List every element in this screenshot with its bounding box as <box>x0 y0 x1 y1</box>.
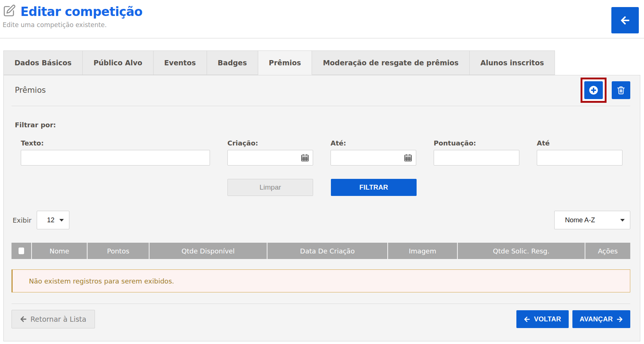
empty-records-message: Não existem registros para serem exibido… <box>29 277 174 285</box>
field-criacao: Criação: <box>227 139 313 166</box>
page-size-value: 12 <box>47 216 55 224</box>
footer-divider <box>12 304 630 304</box>
delete-premio-button[interactable] <box>612 81 630 99</box>
page-header-text: Editar competição Edite uma competição e… <box>3 4 142 29</box>
edit-pencil-square-icon <box>3 4 16 17</box>
field-pontuacao: Pontuação: <box>434 139 519 166</box>
page-size-select[interactable]: 12 <box>37 211 69 229</box>
tab-publico-alvo[interactable]: Público Alvo <box>83 50 154 75</box>
field-ate-data: Até: <box>331 139 416 166</box>
page-title: Editar competição <box>20 4 142 19</box>
filter-actions: Limpar FILTRAR <box>227 179 630 196</box>
filter-fields: Texto: Criação: Até: <box>12 139 630 166</box>
pontuacao-input[interactable] <box>434 150 519 166</box>
tab-bar: Dados Básicos Público Alvo Eventos Badge… <box>3 50 644 75</box>
ate-data-label: Até: <box>331 139 416 147</box>
column-header-pontos: Pontos <box>88 243 150 259</box>
page-size-group: Exibir 12 <box>13 211 69 229</box>
back-button[interactable] <box>611 7 639 33</box>
criacao-label: Criação: <box>227 139 313 147</box>
plus-circle-icon <box>589 86 598 95</box>
calendar-icon[interactable] <box>300 153 309 162</box>
texto-label: Texto: <box>21 139 210 147</box>
pontuacao-label: Pontuação: <box>434 139 519 147</box>
premios-panel: Prêmios <box>3 75 640 341</box>
panel-header-actions <box>581 78 630 103</box>
texto-input[interactable] <box>21 150 210 166</box>
return-to-list-button[interactable]: Retornar à Lista <box>12 310 95 328</box>
table-header-row: Nome Pontos Qtde Disponível Data De Cria… <box>12 243 630 259</box>
calendar-icon[interactable] <box>404 153 413 162</box>
trash-icon <box>617 86 625 95</box>
arrow-right-icon <box>617 316 623 322</box>
ate-pontuacao-input[interactable] <box>537 150 622 166</box>
page-header: Editar competição Edite uma competição e… <box>0 3 644 33</box>
column-header-imagem: Imagem <box>388 243 458 259</box>
column-header-qtde-disponivel: Qtde Disponível <box>150 243 267 259</box>
panel-footer: Retornar à Lista VOLTAR AVANÇAR <box>12 310 630 328</box>
sort-value: Nome A-Z <box>565 216 595 224</box>
clear-filter-button[interactable]: Limpar <box>227 179 313 196</box>
ate-pontuacao-label: Até <box>537 139 622 147</box>
sort-select[interactable]: Nome A-Z <box>554 211 630 229</box>
page: Editar competição Edite uma competição e… <box>0 0 644 344</box>
avancar-label: AVANÇAR <box>580 315 613 323</box>
select-all-checkbox[interactable] <box>19 248 24 254</box>
avancar-button[interactable]: AVANÇAR <box>572 310 630 328</box>
page-size-label: Exibir <box>13 216 32 224</box>
column-header-data-criacao: Data De Criação <box>267 243 388 259</box>
return-to-list-label: Retornar à Lista <box>30 315 86 323</box>
add-premio-button[interactable] <box>584 81 603 99</box>
caret-down-icon <box>620 219 625 222</box>
caret-down-icon <box>59 219 64 222</box>
tab-premios[interactable]: Prêmios <box>258 50 312 75</box>
highlight-annotation <box>581 78 607 103</box>
tab-badges[interactable]: Badges <box>207 50 258 75</box>
arrow-left-icon <box>524 316 530 322</box>
select-all-cell <box>12 243 32 259</box>
arrow-left-icon <box>20 316 27 322</box>
column-header-qtde-solic-resg: Qtde Solic. Resg. <box>458 243 585 259</box>
empty-records-alert: Não existem registros para serem exibido… <box>12 269 630 292</box>
field-ate-pontuacao: Até <box>537 139 622 166</box>
footer-nav-buttons: VOLTAR AVANÇAR <box>516 310 630 328</box>
page-subtitle: Edite uma competição existente. <box>3 21 142 29</box>
voltar-button[interactable]: VOLTAR <box>516 310 568 328</box>
tab-eventos[interactable]: Eventos <box>154 50 207 75</box>
tab-moderacao-resgate[interactable]: Moderação de resgate de prêmios <box>312 50 470 75</box>
list-controls: Exibir 12 Nome A-Z <box>12 211 630 229</box>
column-header-acoes: Ações <box>585 243 630 259</box>
header-divider <box>0 38 644 39</box>
panel-title: Prêmios <box>15 86 46 95</box>
arrow-left-icon <box>620 16 630 25</box>
voltar-label: VOLTAR <box>534 315 561 323</box>
tab-dados-basicos[interactable]: Dados Básicos <box>3 50 83 75</box>
tab-alunos-inscritos[interactable]: Alunos inscritos <box>470 50 555 75</box>
filter-button[interactable]: FILTRAR <box>331 179 417 196</box>
field-texto: Texto: <box>21 139 210 166</box>
panel-header: Prêmios <box>12 78 630 106</box>
filter-heading: Filtrar por: <box>15 121 630 129</box>
column-header-nome: Nome <box>32 243 88 259</box>
